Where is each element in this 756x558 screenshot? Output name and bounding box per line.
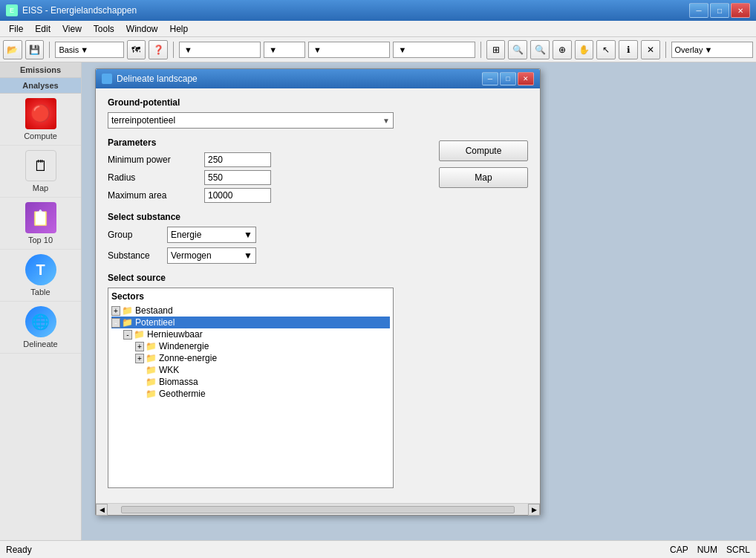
toolbar-basis-combo[interactable]: Basis ▼ — [55, 42, 123, 58]
tree-expand-icon[interactable]: + — [111, 306, 120, 316]
toolbar-sep4 — [665, 42, 666, 58]
tree-item[interactable]: -📁Hernieuwbaar — [111, 328, 390, 340]
scroll-left-btn[interactable]: ◀ — [96, 504, 108, 516]
status-indicators: CAP NUM SCRL — [670, 545, 750, 555]
tree-item[interactable]: 📁Biomassa — [111, 376, 390, 388]
compute-button[interactable]: Compute — [439, 140, 528, 161]
ground-potential-combo[interactable]: terreinpotentieel ▼ — [108, 112, 394, 129]
min-power-input[interactable] — [204, 152, 271, 167]
tree-item-label: Potentieel — [135, 317, 175, 328]
toolbar: 📂 💾 Basis ▼ 🗺 ❓ ▼ ▼ ▼ ▼ ⊞ 🔍 🔍 ⊕ ✋ ↖ ℹ ✕ … — [0, 37, 756, 62]
scroll-right-btn[interactable]: ▶ — [528, 504, 540, 516]
menu-view[interactable]: View — [56, 22, 88, 36]
toolbar-zoom-in-btn[interactable]: 🔍 — [508, 40, 527, 59]
folder-icon: 📁 — [122, 317, 133, 328]
sidebar-delineate-label: Delineate — [23, 340, 57, 348]
sidebar-item-delineate[interactable]: 🌐 Delineate — [0, 302, 81, 354]
status-cap: CAP — [670, 545, 688, 555]
folder-icon: 📁 — [146, 389, 157, 399]
substance-combo[interactable]: Vermogen ▼ — [167, 247, 256, 264]
toolbar-hand-btn[interactable]: ✋ — [575, 40, 594, 59]
sidebar-map-label: Map — [33, 184, 48, 192]
tree-collapse-icon[interactable]: - — [111, 318, 120, 328]
radius-input[interactable] — [204, 170, 271, 185]
dialog-close-btn[interactable]: ✕ — [518, 72, 534, 85]
compute-icon: 🔴 — [25, 98, 56, 129]
toolbar-select-btn[interactable]: ↖ — [596, 40, 616, 59]
menu-help[interactable]: Help — [164, 22, 195, 36]
menu-edit[interactable]: Edit — [29, 22, 56, 36]
tree-item-label: Biomassa — [159, 377, 198, 387]
tree-container[interactable]: Sectors +📁Bestaand-📁Potentieel-📁Hernieuw… — [108, 288, 394, 488]
toolbar-zoom-extent-btn[interactable]: ⊕ — [553, 40, 572, 59]
toolbar-combo4[interactable]: ▼ — [308, 42, 390, 58]
folder-icon: 📁 — [146, 377, 157, 387]
tree-expand-icon[interactable]: + — [135, 354, 144, 363]
dialog-title-text: Delineate landscape — [117, 74, 198, 84]
tree-collapse-icon[interactable]: - — [123, 330, 132, 340]
toolbar-help-btn[interactable]: ❓ — [149, 40, 168, 59]
toolbar-zoom-out-btn[interactable]: 🔍 — [530, 40, 550, 59]
sidebar-item-top10[interactable]: 📋 Top 10 — [0, 198, 81, 250]
sidebar: Emissions Analyses 🔴 Compute 🗒 Map 📋 Top… — [0, 62, 82, 540]
parameters-label: Parameters — [108, 137, 427, 148]
toolbar-grid-btn[interactable]: ⊞ — [486, 40, 506, 59]
folder-icon: 📁 — [134, 329, 145, 340]
toolbar-icon-btn1[interactable]: 🗺 — [127, 40, 146, 59]
app-icon: E — [6, 4, 18, 16]
sidebar-item-compute[interactable]: 🔴 Compute — [0, 94, 81, 146]
toolbar-sep2 — [173, 42, 174, 58]
group-combo[interactable]: Energie ▼ — [167, 227, 256, 243]
sidebar-emissions[interactable]: Emissions — [0, 62, 81, 78]
menu-file[interactable]: File — [3, 22, 29, 36]
menu-window[interactable]: Window — [120, 22, 164, 36]
min-power-label: Minimum power — [108, 155, 204, 165]
window-title: EISS - Energielandschappen — [22, 5, 137, 16]
tree-item[interactable]: 📁Geothermie — [111, 388, 390, 400]
toolbar-combo2[interactable]: ▼ — [179, 42, 261, 58]
toolbar-combo5[interactable]: ▼ — [393, 42, 475, 58]
source-section: Select source Sectors +📁Bestaand-📁Potent… — [108, 273, 427, 488]
sidebar-analyses[interactable]: Analyses — [0, 78, 81, 94]
toolbar-cross-btn[interactable]: ✕ — [641, 40, 660, 59]
tree-expand-icon[interactable]: + — [135, 342, 144, 351]
minimize-button[interactable]: ─ — [689, 3, 708, 18]
toolbar-overlay-combo[interactable]: Overlay ▼ — [671, 42, 753, 58]
ground-potential-section: Ground-potential terreinpotentieel ▼ — [108, 97, 528, 129]
status-scrl: SCRL — [726, 545, 750, 555]
max-area-row: Maximum area — [108, 188, 427, 203]
min-power-row: Minimum power — [108, 152, 427, 167]
toolbar-info-btn[interactable]: ℹ — [619, 40, 638, 59]
dialog-scrollbar: ◀ ▶ — [96, 503, 540, 515]
substance-section-label: Select substance — [108, 212, 427, 222]
toolbar-open-btn[interactable]: 📂 — [3, 40, 22, 59]
map-icon: 🗒 — [25, 150, 56, 181]
group-label: Group — [108, 230, 167, 240]
tree-item[interactable]: 📁WKK — [111, 364, 390, 376]
tree-item[interactable]: +📁Bestaand — [111, 305, 390, 317]
close-button[interactable]: ✕ — [731, 3, 750, 18]
scrollbar-track[interactable] — [121, 506, 515, 513]
toolbar-sep3 — [480, 42, 481, 58]
dialog-max-btn[interactable]: □ — [500, 72, 516, 85]
menu-tools[interactable]: Tools — [88, 22, 120, 36]
map-button[interactable]: Map — [439, 167, 528, 188]
status-text: Ready — [6, 545, 32, 555]
ground-potential-label: Ground-potential — [108, 97, 528, 108]
toolbar-save-btn[interactable]: 💾 — [25, 40, 45, 59]
sidebar-item-map[interactable]: 🗒 Map — [0, 146, 81, 198]
tree-item[interactable]: -📁Potentieel — [111, 317, 390, 328]
max-area-input[interactable] — [204, 188, 271, 203]
dialog-title-bar[interactable]: Delineate landscape ─ □ ✕ — [96, 69, 540, 88]
substance-row: Substance Vermogen ▼ — [108, 247, 427, 264]
group-row: Group Energie ▼ — [108, 227, 427, 243]
tree-items: +📁Bestaand-📁Potentieel-📁Hernieuwbaar+📁Wi… — [111, 305, 390, 400]
folder-icon: 📁 — [146, 365, 157, 375]
tree-item[interactable]: +📁Windenergie — [111, 340, 390, 352]
dialog-min-btn[interactable]: ─ — [482, 72, 498, 85]
maximize-button[interactable]: □ — [710, 3, 729, 18]
tree-item[interactable]: +📁Zonne-energie — [111, 352, 390, 364]
sidebar-item-table[interactable]: T Table — [0, 250, 81, 302]
source-label: Select source — [108, 273, 427, 283]
toolbar-combo3[interactable]: ▼ — [264, 42, 305, 58]
